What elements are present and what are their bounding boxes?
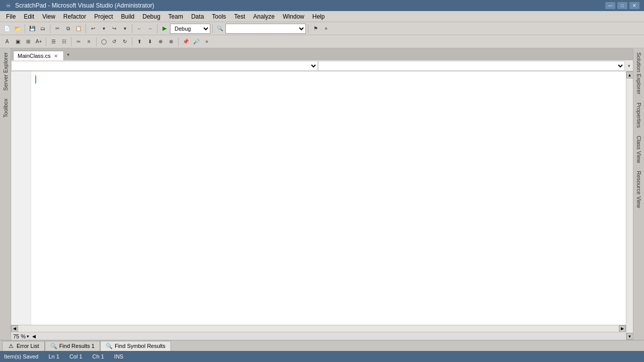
format-btn14[interactable]: ⊕ xyxy=(155,37,166,47)
toolbox-tab[interactable]: Toolbox xyxy=(1,95,10,122)
menu-help[interactable]: Help xyxy=(308,12,329,21)
debug-mode-select[interactable]: Debug Release xyxy=(170,24,210,34)
menu-edit[interactable]: Edit xyxy=(20,12,38,21)
ln-status: Ln 1 xyxy=(48,353,59,359)
format-btn10[interactable]: ↺ xyxy=(109,37,119,47)
menu-file[interactable]: File xyxy=(2,12,20,21)
sep-f5 xyxy=(178,37,179,46)
class-dropdown[interactable] xyxy=(11,61,318,71)
ch-status: Ch 1 xyxy=(93,353,104,359)
cursor-indicator xyxy=(35,75,36,83)
menu-project[interactable]: Project xyxy=(90,12,117,21)
vertical-scrollbar: ▲ ▼ xyxy=(626,71,633,340)
menu-test[interactable]: Test xyxy=(230,12,249,21)
separator5 xyxy=(157,24,157,33)
window-controls: — □ ✕ xyxy=(605,2,640,10)
menu-debug[interactable]: Debug xyxy=(138,12,164,21)
cut-button[interactable]: ✂ xyxy=(52,24,62,34)
menu-window[interactable]: Window xyxy=(279,12,308,21)
format-btn8[interactable]: ≡ xyxy=(84,37,94,47)
menu-refactor[interactable]: Refactor xyxy=(59,12,90,21)
tab-dropdown-button[interactable]: ▾ xyxy=(64,48,72,60)
start-debug-button[interactable]: ▶ xyxy=(159,24,170,34)
maximize-button[interactable]: □ xyxy=(617,2,628,10)
menu-team[interactable]: Team xyxy=(165,12,187,21)
menu-data[interactable]: Data xyxy=(187,12,208,21)
properties-tab[interactable]: Properties xyxy=(634,99,643,132)
app-icon: ♾ xyxy=(4,2,12,10)
navigate-back-button[interactable]: ← xyxy=(134,24,144,34)
scroll-track-h[interactable] xyxy=(18,325,619,332)
format-btn15[interactable]: ⊗ xyxy=(166,37,176,47)
zoom-dropdown[interactable]: ▾ xyxy=(27,334,29,339)
find-symbol-results-tab[interactable]: 🔍 Find Symbol Results xyxy=(100,341,171,351)
separator4 xyxy=(132,24,132,33)
server-explorer-tab[interactable]: Server Explorer xyxy=(1,48,10,95)
find-results-tab[interactable]: 🔍 Find Results 1 xyxy=(45,341,100,351)
find-button[interactable]: 🔍 xyxy=(215,24,225,34)
format-btn7[interactable]: ═ xyxy=(73,37,84,47)
undo-button[interactable]: ↩ xyxy=(88,24,98,34)
format-btn2[interactable]: ▣ xyxy=(13,37,23,47)
menu-tools[interactable]: Tools xyxy=(208,12,230,21)
sep-f4 xyxy=(132,37,132,46)
scroll-down-btn[interactable]: ▼ xyxy=(626,333,633,340)
format-btn5[interactable]: ☰ xyxy=(48,37,58,47)
copy-button[interactable]: ⧉ xyxy=(63,24,73,34)
nav-scroll-btn[interactable]: ▾ xyxy=(625,60,633,71)
scroll-left-small[interactable]: ◀ xyxy=(32,334,36,339)
format-btn6[interactable]: ☷ xyxy=(59,37,69,47)
class-view-tab[interactable]: Class View xyxy=(634,132,643,167)
undo-dropdown[interactable]: ▾ xyxy=(99,24,109,34)
format-btn1[interactable]: A xyxy=(2,37,12,47)
format-btn11[interactable]: ↻ xyxy=(120,37,130,47)
redo-dropdown[interactable]: ▾ xyxy=(120,24,130,34)
save-all-button[interactable]: 🗂 xyxy=(38,24,48,34)
editor-tab-mainclass[interactable]: MainClass.cs ✕ xyxy=(13,51,64,61)
bottom-panel: ⚠ Error List 🔍 Find Results 1 🔍 Find Sym… xyxy=(0,340,644,351)
error-list-tab[interactable]: ⚠ Error List xyxy=(2,341,45,351)
open-button[interactable]: 📂 xyxy=(13,24,23,34)
minimize-button[interactable]: — xyxy=(605,2,616,10)
separator6 xyxy=(212,24,213,33)
paste-button[interactable]: 📋 xyxy=(73,24,84,34)
more-button[interactable]: » xyxy=(321,24,331,34)
resource-view-tab[interactable]: Resource View xyxy=(634,167,643,212)
scroll-up-btn[interactable]: ▲ xyxy=(626,71,633,78)
format-btn13[interactable]: ⬇ xyxy=(145,37,155,47)
format-btn12[interactable]: ⬆ xyxy=(134,37,144,47)
member-dropdown[interactable] xyxy=(318,61,625,71)
format-btn16[interactable]: 📌 xyxy=(181,37,191,47)
bottom-tabs: ⚠ Error List 🔍 Find Results 1 🔍 Find Sym… xyxy=(0,340,644,351)
save-button[interactable]: 💾 xyxy=(27,24,37,34)
separator3 xyxy=(86,24,86,33)
zoom-level: 75 % xyxy=(13,333,26,339)
code-editor[interactable] xyxy=(11,71,626,325)
redo-button[interactable]: ↪ xyxy=(109,24,119,34)
right-side-panels: Solution Explorer Properties Class View … xyxy=(633,48,644,340)
scroll-track-v[interactable] xyxy=(626,78,633,333)
format-more[interactable]: » xyxy=(202,37,212,47)
solution-explorer-tab[interactable]: Solution Explorer xyxy=(634,48,643,99)
menu-analyze[interactable]: Analyze xyxy=(249,12,279,21)
format-btn3[interactable]: ⊞ xyxy=(23,37,33,47)
format-btn17[interactable]: 🔎 xyxy=(191,37,201,47)
main-toolbar: 📄 📂 💾 🗂 ✂ ⧉ 📋 ↩ ▾ ↪ ▾ ← → ▶ Debug Releas… xyxy=(0,22,644,35)
navigate-fwd-button[interactable]: → xyxy=(145,24,155,34)
tab-close-button[interactable]: ✕ xyxy=(52,52,59,59)
menu-build[interactable]: Build xyxy=(117,12,139,21)
bookmark-button[interactable]: ⚑ xyxy=(310,24,320,34)
format-btn4[interactable]: A+ xyxy=(34,37,44,47)
col-status: Col 1 xyxy=(69,353,83,359)
close-button[interactable]: ✕ xyxy=(629,2,640,10)
format-btn9[interactable]: ◯ xyxy=(99,37,109,47)
editor-container: MainClass.cs ✕ ▾ ▾ xyxy=(11,48,633,340)
separator2 xyxy=(50,24,50,33)
editor-with-scrollbar: ◀ ▶ 75 % ▾ ◀ ▲ ▼ xyxy=(11,71,633,340)
find-dropdown[interactable] xyxy=(225,24,306,34)
new-project-button[interactable]: 📄 xyxy=(2,24,12,34)
menu-view[interactable]: View xyxy=(38,12,59,21)
scroll-left-btn[interactable]: ◀ xyxy=(11,325,18,332)
menu-bar: File Edit View Refactor Project Build De… xyxy=(0,11,644,22)
scroll-right-btn[interactable]: ▶ xyxy=(619,325,626,332)
